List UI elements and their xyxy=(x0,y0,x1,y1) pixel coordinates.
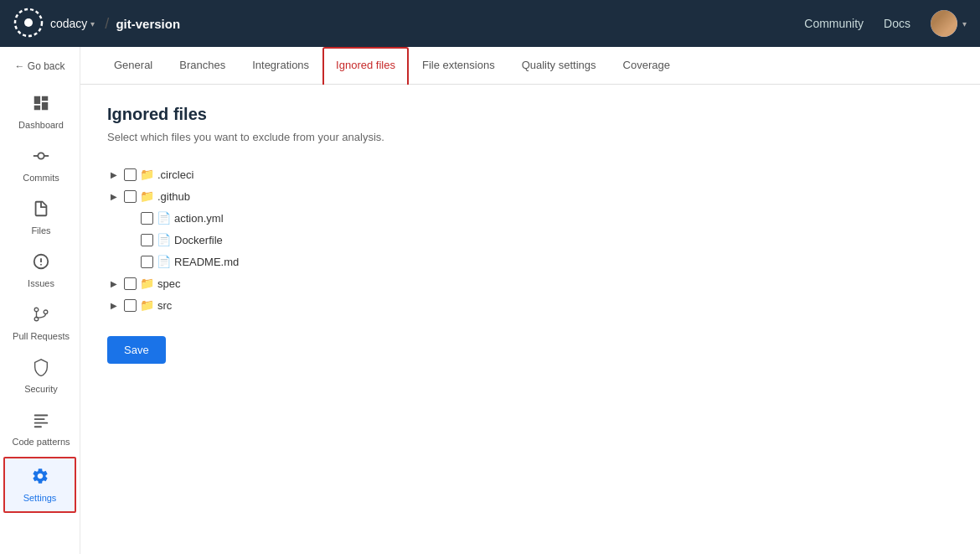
expand-circleci-icon[interactable]: ▶ xyxy=(107,168,121,181)
pull-requests-icon xyxy=(32,305,50,328)
user-chevron-icon: ▾ xyxy=(962,19,967,28)
sidebar-item-issues[interactable]: Issues xyxy=(0,244,80,297)
file-label-spec: spec xyxy=(157,277,180,290)
tab-file-extensions[interactable]: File extensions xyxy=(409,47,508,85)
file-icon: 📄 xyxy=(157,233,171,246)
tree-row: ▶ 📁 src xyxy=(107,294,953,316)
save-button[interactable]: Save xyxy=(107,336,166,364)
code-patterns-icon xyxy=(32,411,50,433)
docs-link[interactable]: Docs xyxy=(884,17,910,30)
settings-label: Settings xyxy=(23,493,57,503)
sidebar-item-commits[interactable]: Commits xyxy=(0,138,80,191)
pull-requests-label: Pull Requests xyxy=(13,331,70,341)
checkbox-readme[interactable] xyxy=(141,256,153,268)
expand-github-icon[interactable]: ▶ xyxy=(107,189,121,203)
folder-icon: 📁 xyxy=(140,168,154,181)
topnav: codacy ▾ / git-version Community Docs ▾ xyxy=(0,0,980,47)
sidebar-item-pull-requests[interactable]: Pull Requests xyxy=(0,297,80,349)
file-tree: ▶ 📁 .circleci ▶ 📁 .github 📄 xyxy=(107,163,953,316)
svg-point-2 xyxy=(38,153,44,158)
tree-row: 📄 README.md xyxy=(107,251,953,272)
sidebar-item-settings[interactable]: Settings xyxy=(3,457,76,513)
avatar[interactable] xyxy=(931,10,957,37)
tab-quality-settings[interactable]: Quality settings xyxy=(508,47,610,85)
checkbox-circleci[interactable] xyxy=(124,168,137,181)
dashboard-label: Dashboard xyxy=(18,120,64,130)
issues-icon xyxy=(32,252,50,275)
expand-spec-icon[interactable]: ▶ xyxy=(107,277,121,290)
topnav-right: Community Docs ▾ xyxy=(804,10,967,37)
file-label-github: .github xyxy=(157,190,190,203)
sidebar-item-files[interactable]: Files xyxy=(0,191,80,244)
folder-icon: 📁 xyxy=(140,189,154,203)
repo-name[interactable]: git-version xyxy=(116,17,180,31)
tree-row: ▶ 📁 .circleci xyxy=(107,163,953,185)
file-label-circleci: .circleci xyxy=(157,168,193,181)
file-icon: 📄 xyxy=(157,211,171,225)
issues-label: Issues xyxy=(28,278,54,288)
files-icon xyxy=(32,199,50,222)
tab-general[interactable]: General xyxy=(101,47,166,85)
tree-row: 📄 action.yml xyxy=(107,207,953,229)
svg-rect-14 xyxy=(34,422,49,424)
sidebar: ← Go back Dashboard Commits Files xyxy=(0,47,80,554)
checkbox-spec[interactable] xyxy=(124,277,137,290)
sidebar-item-code-patterns[interactable]: Code patterns xyxy=(0,402,80,455)
security-icon xyxy=(32,358,50,381)
file-label-src: src xyxy=(157,299,172,312)
no-expand-spacer xyxy=(124,233,137,246)
checkbox-dockerfile[interactable] xyxy=(141,234,153,246)
nav-separator: / xyxy=(105,15,109,33)
svg-rect-15 xyxy=(34,426,42,427)
settings-icon xyxy=(31,467,49,489)
checkbox-src[interactable] xyxy=(124,299,137,312)
tab-branches[interactable]: Branches xyxy=(166,47,239,85)
page-body: Ignored files Select which files you wan… xyxy=(80,85,980,384)
file-label-dockerfile: Dockerfile xyxy=(174,234,223,246)
main-content: General Branches Integrations Ignored fi… xyxy=(80,47,980,554)
security-label: Security xyxy=(24,384,58,394)
checkbox-action-yml[interactable] xyxy=(141,212,153,225)
svg-rect-12 xyxy=(34,415,49,417)
folder-icon: 📁 xyxy=(140,298,154,312)
brand-text: codacy xyxy=(50,17,87,30)
tabs-bar: General Branches Integrations Ignored fi… xyxy=(80,47,980,85)
file-label-readme: README.md xyxy=(174,256,239,268)
dashboard-icon xyxy=(32,94,50,116)
no-expand-spacer xyxy=(124,211,137,225)
tree-row: 📄 Dockerfile xyxy=(107,229,953,251)
svg-point-10 xyxy=(44,310,48,314)
brand-name[interactable]: codacy ▾ xyxy=(50,17,95,30)
checkbox-github[interactable] xyxy=(124,190,137,203)
sidebar-item-dashboard[interactable]: Dashboard xyxy=(0,85,80,138)
files-label: Files xyxy=(31,225,50,236)
page-subtitle: Select which files you want to exclude f… xyxy=(107,131,953,143)
folder-icon: 📁 xyxy=(140,277,154,290)
codacy-logo xyxy=(13,8,50,40)
expand-src-icon[interactable]: ▶ xyxy=(107,298,121,312)
code-patterns-label: Code patterns xyxy=(12,437,70,447)
tab-integrations[interactable]: Integrations xyxy=(239,47,322,85)
brand-chevron-icon: ▾ xyxy=(90,19,95,28)
commits-icon xyxy=(32,147,50,169)
tree-row: ▶ 📁 .github xyxy=(107,185,953,207)
svg-point-7 xyxy=(40,264,42,266)
user-menu[interactable]: ▾ xyxy=(931,10,967,37)
sidebar-item-security[interactable]: Security xyxy=(0,349,80,402)
tab-coverage[interactable]: Coverage xyxy=(610,47,683,85)
svg-rect-13 xyxy=(34,418,45,420)
svg-point-8 xyxy=(34,308,39,312)
svg-point-1 xyxy=(24,18,33,27)
file-icon: 📄 xyxy=(157,255,171,268)
no-expand-spacer xyxy=(124,255,137,268)
file-label-action-yml: action.yml xyxy=(174,212,224,225)
commits-label: Commits xyxy=(23,173,59,183)
tab-ignored-files[interactable]: Ignored files xyxy=(322,47,409,85)
community-link[interactable]: Community xyxy=(804,17,864,30)
tree-row: ▶ 📁 spec xyxy=(107,272,953,294)
page-title: Ignored files xyxy=(107,105,953,124)
back-button[interactable]: ← Go back xyxy=(0,54,80,79)
